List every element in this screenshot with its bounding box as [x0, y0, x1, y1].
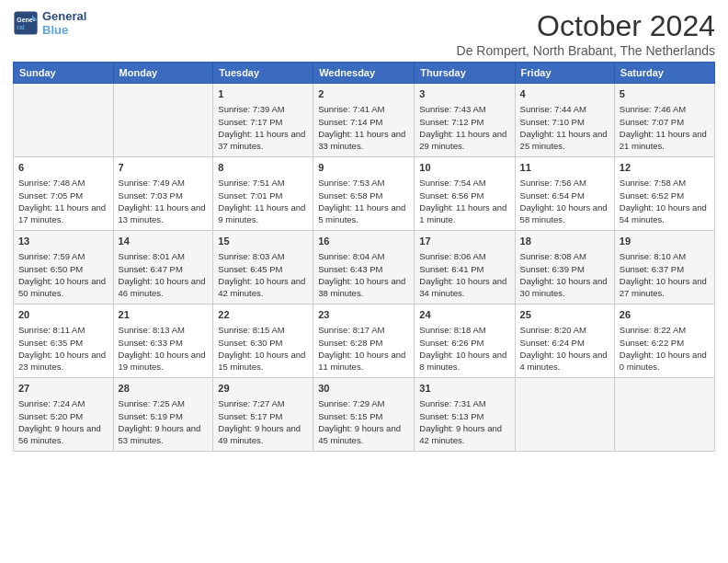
cell-text: Sunset: 6:30 PM [218, 337, 308, 349]
col-header-saturday: Saturday [614, 63, 714, 84]
day-number: 24 [419, 308, 509, 322]
calendar-cell: 4Sunrise: 7:44 AMSunset: 7:10 PMDaylight… [515, 84, 614, 157]
calendar-cell: 17Sunrise: 8:06 AMSunset: 6:41 PMDayligh… [415, 231, 515, 304]
svg-text:ral: ral [17, 24, 25, 30]
calendar-cell: 7Sunrise: 7:49 AMSunset: 7:03 PMDaylight… [113, 157, 213, 231]
cell-text: Daylight: 11 hours and 29 minutes. [419, 128, 509, 153]
calendar-cell [614, 378, 714, 452]
cell-text: Sunrise: 7:29 AM [318, 397, 409, 409]
calendar-cell: 2Sunrise: 7:41 AMSunset: 7:14 PMDaylight… [313, 84, 415, 157]
cell-text: Daylight: 10 hours and 34 minutes. [419, 275, 509, 300]
day-number: 30 [318, 382, 409, 396]
day-number: 25 [520, 308, 609, 322]
calendar-cell: 24Sunrise: 8:18 AMSunset: 6:26 PMDayligh… [415, 304, 515, 378]
cell-text: Sunrise: 7:44 AM [520, 103, 609, 115]
cell-text: Sunset: 5:15 PM [318, 410, 409, 422]
cell-text: Sunrise: 8:10 AM [620, 250, 710, 262]
cell-text: Daylight: 10 hours and 38 minutes. [318, 275, 409, 300]
cell-text: Daylight: 10 hours and 23 minutes. [18, 349, 108, 373]
cell-text: Sunrise: 8:11 AM [18, 324, 108, 336]
day-number: 6 [18, 161, 108, 175]
location-subtitle: De Rompert, North Brabant, The Netherlan… [457, 43, 715, 58]
day-number: 28 [119, 382, 209, 396]
col-header-wednesday: Wednesday [313, 63, 415, 84]
calendar-cell [515, 378, 614, 452]
calendar-table: SundayMondayTuesdayWednesdayThursdayFrid… [13, 62, 715, 452]
day-number: 18 [520, 235, 609, 248]
calendar-cell: 8Sunrise: 7:51 AMSunset: 7:01 PMDaylight… [213, 157, 313, 231]
calendar-cell: 1Sunrise: 7:39 AMSunset: 7:17 PMDaylight… [213, 84, 313, 157]
week-row-5: 27Sunrise: 7:24 AMSunset: 5:20 PMDayligh… [14, 378, 715, 452]
page-container: Gene- ral General Blue October 2024 De R… [0, 0, 728, 461]
calendar-cell: 20Sunrise: 8:11 AMSunset: 6:35 PMDayligh… [14, 304, 114, 378]
cell-text: Sunset: 6:43 PM [318, 263, 409, 275]
col-header-thursday: Thursday [415, 63, 515, 84]
day-number: 11 [520, 161, 609, 175]
col-header-monday: Monday [113, 63, 213, 84]
cell-text: Sunset: 7:03 PM [119, 190, 209, 201]
cell-text: Sunset: 5:19 PM [119, 410, 209, 422]
calendar-cell: 29Sunrise: 7:27 AMSunset: 5:17 PMDayligh… [213, 378, 313, 452]
week-row-2: 6Sunrise: 7:48 AMSunset: 7:05 PMDaylight… [14, 157, 715, 231]
cell-text: Sunrise: 8:15 AM [218, 324, 308, 336]
calendar-cell: 31Sunrise: 7:31 AMSunset: 5:13 PMDayligh… [415, 378, 515, 452]
day-number: 21 [119, 308, 209, 322]
calendar-cell: 6Sunrise: 7:48 AMSunset: 7:05 PMDaylight… [14, 157, 114, 231]
calendar-cell: 27Sunrise: 7:24 AMSunset: 5:20 PMDayligh… [14, 378, 114, 452]
cell-text: Sunset: 7:05 PM [18, 190, 108, 201]
cell-text: Sunset: 6:39 PM [520, 263, 609, 275]
cell-text: Daylight: 9 hours and 45 minutes. [318, 422, 409, 447]
cell-text: Sunrise: 8:01 AM [119, 250, 209, 262]
day-number: 17 [419, 235, 509, 248]
cell-text: Daylight: 11 hours and 21 minutes. [620, 128, 710, 153]
cell-text: Sunrise: 8:13 AM [119, 324, 209, 336]
col-header-tuesday: Tuesday [213, 63, 313, 84]
day-number: 1 [218, 87, 308, 101]
calendar-cell: 14Sunrise: 8:01 AMSunset: 6:47 PMDayligh… [113, 231, 213, 304]
day-number: 16 [318, 235, 409, 248]
day-number: 14 [119, 235, 209, 248]
cell-text: Daylight: 9 hours and 56 minutes. [18, 422, 108, 447]
cell-text: Sunset: 6:45 PM [218, 263, 308, 275]
cell-text: Sunset: 5:17 PM [218, 410, 308, 422]
col-header-sunday: Sunday [14, 63, 114, 84]
cell-text: Daylight: 10 hours and 50 minutes. [18, 275, 108, 300]
calendar-cell: 18Sunrise: 8:08 AMSunset: 6:39 PMDayligh… [515, 231, 614, 304]
cell-text: Daylight: 10 hours and 46 minutes. [119, 275, 209, 300]
day-number: 7 [119, 161, 209, 175]
day-number: 29 [218, 382, 308, 396]
cell-text: Sunset: 6:47 PM [119, 263, 209, 275]
cell-text: Sunrise: 7:24 AM [18, 397, 108, 409]
cell-text: Daylight: 9 hours and 49 minutes. [218, 422, 308, 447]
cell-text: Daylight: 11 hours and 9 minutes. [218, 201, 308, 226]
logo-icon: Gene- ral [13, 10, 39, 36]
cell-text: Daylight: 10 hours and 58 minutes. [520, 201, 609, 226]
cell-text: Daylight: 9 hours and 42 minutes. [419, 422, 509, 447]
cell-text: Sunset: 6:58 PM [318, 190, 409, 201]
day-number: 8 [218, 161, 308, 175]
calendar-cell: 19Sunrise: 8:10 AMSunset: 6:37 PMDayligh… [614, 231, 714, 304]
day-number: 5 [620, 87, 710, 101]
cell-text: Sunset: 7:14 PM [318, 116, 409, 128]
calendar-cell [14, 84, 114, 157]
calendar-cell: 26Sunrise: 8:22 AMSunset: 6:22 PMDayligh… [614, 304, 714, 378]
calendar-cell: 13Sunrise: 7:59 AMSunset: 6:50 PMDayligh… [14, 231, 114, 304]
svg-rect-0 [14, 11, 37, 34]
cell-text: Daylight: 10 hours and 42 minutes. [218, 275, 308, 300]
calendar-cell: 16Sunrise: 8:04 AMSunset: 6:43 PMDayligh… [313, 231, 415, 304]
cell-text: Daylight: 9 hours and 53 minutes. [119, 422, 209, 447]
cell-text: Sunset: 6:50 PM [18, 263, 108, 275]
cell-text: Sunset: 6:37 PM [620, 263, 710, 275]
cell-text: Sunset: 6:24 PM [520, 337, 609, 349]
cell-text: Daylight: 11 hours and 37 minutes. [218, 128, 308, 153]
cell-text: Sunset: 6:54 PM [520, 190, 609, 201]
cell-text: Daylight: 10 hours and 19 minutes. [119, 349, 209, 373]
cell-text: Sunset: 6:28 PM [318, 337, 409, 349]
calendar-cell: 22Sunrise: 8:15 AMSunset: 6:30 PMDayligh… [213, 304, 313, 378]
calendar-cell: 30Sunrise: 7:29 AMSunset: 5:15 PMDayligh… [313, 378, 415, 452]
calendar-cell: 10Sunrise: 7:54 AMSunset: 6:56 PMDayligh… [415, 157, 515, 231]
calendar-cell: 12Sunrise: 7:58 AMSunset: 6:52 PMDayligh… [614, 157, 714, 231]
cell-text: Sunrise: 7:58 AM [620, 177, 710, 189]
week-row-4: 20Sunrise: 8:11 AMSunset: 6:35 PMDayligh… [14, 304, 715, 378]
cell-text: Daylight: 10 hours and 8 minutes. [419, 349, 509, 373]
